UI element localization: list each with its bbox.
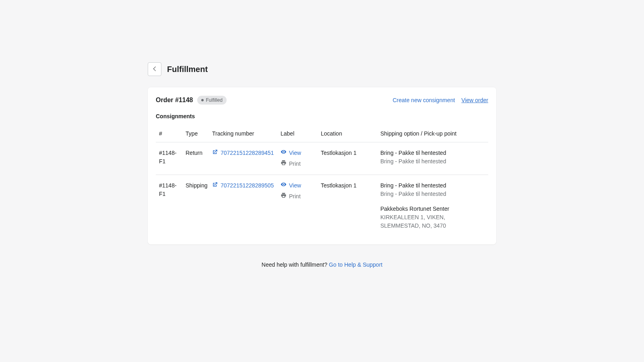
back-button[interactable] [148,62,161,76]
tracking-number: 70722151228289451 [221,149,274,157]
view-label-link[interactable]: View [281,149,301,157]
status-badge: Fulfilled [197,96,227,105]
tracking-link[interactable]: 70722151228289451 [212,149,274,157]
help-link[interactable]: Go to Help & Support [329,261,382,268]
col-id: # [156,125,182,142]
create-consignment-link[interactable]: Create new consignment [392,96,455,105]
page-title: Fulfillment [167,63,208,75]
pickup-title: Pakkeboks Rortunet Senter [380,205,485,213]
view-label-link[interactable]: View [281,181,301,190]
status-badge-label: Fulfilled [206,97,223,104]
cell-id: #1148-F1 [156,175,182,237]
eye-icon [281,181,287,190]
print-label-text: Print [289,192,301,201]
cell-location: Testlokasjon 1 [318,175,377,237]
shipping-primary: Bring - Pakke til hentested [380,181,485,190]
cell-type: Shipping [182,175,209,237]
col-tracking: Tracking number [209,125,277,142]
print-icon [281,192,287,201]
tracking-link[interactable]: 70722151228289505 [212,181,274,190]
order-card: Order #1148 Fulfilled Create new consign… [148,87,496,245]
col-shipping: Shipping option / Pick-up point [377,125,488,142]
table-row: #1148-F1 Shipping 70722151228289505 [156,175,488,237]
eye-icon [281,149,287,157]
shipping-primary: Bring - Pakke til hentested [380,149,485,157]
view-label-text: View [289,181,301,190]
col-type: Type [182,125,209,142]
table-row: #1148-F1 Return 70722151228289451 [156,142,488,175]
external-link-icon [212,149,218,157]
view-order-link[interactable]: View order [461,96,488,105]
status-dot-icon [201,99,204,101]
arrow-left-icon [151,65,158,74]
help-text: Need help with fulfillment? [262,261,329,268]
print-icon [281,160,287,168]
order-title: Order #1148 [156,95,193,105]
pickup-address: KIRKEALLEEN 1, VIKEN, SLEMMESTAD, NO, 34… [380,213,485,230]
cell-type: Return [182,142,209,175]
shipping-secondary: Bring - Pakke til hentested [380,190,485,198]
print-label-link[interactable]: Print [281,192,301,201]
tracking-number: 70722151228289505 [221,181,274,190]
cell-id: #1148-F1 [156,142,182,175]
external-link-icon [212,181,218,190]
col-location: Location [318,125,377,142]
cell-location: Testlokasjon 1 [318,142,377,175]
col-label: Label [277,125,318,142]
view-label-text: View [289,149,301,157]
consignments-heading: Consignments [156,112,488,121]
print-label-link[interactable]: Print [281,160,301,168]
shipping-secondary: Bring - Pakke til hentested [380,157,485,166]
consignments-table: # Type Tracking number Label Location Sh… [156,125,488,237]
print-label-text: Print [289,160,301,168]
